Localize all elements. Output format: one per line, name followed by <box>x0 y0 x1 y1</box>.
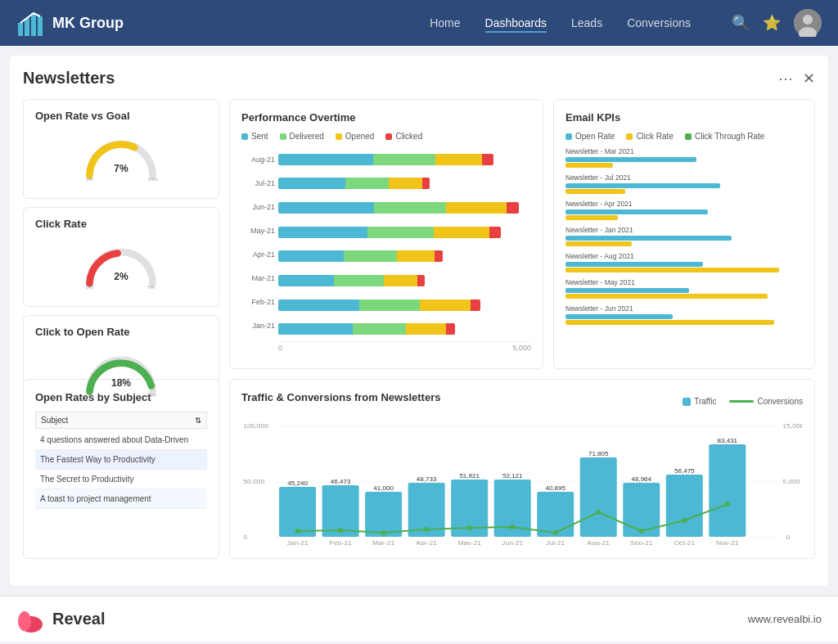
svg-text:Apr-21: Apr-21 <box>416 538 437 545</box>
svg-text:May-21: May-21 <box>457 538 481 545</box>
email-kpis-legend: Open Rate Click Rate Click Through Rate <box>565 132 803 141</box>
bar-jul <box>278 174 531 192</box>
footer-logo: Reveal <box>16 605 106 634</box>
favorites-icon[interactable]: ⭐ <box>763 14 781 32</box>
svg-text:71,805: 71,805 <box>588 450 609 457</box>
svg-text:46,473: 46,473 <box>331 478 351 485</box>
close-icon[interactable]: ✕ <box>803 70 815 88</box>
svg-text:10%: 10% <box>148 177 159 182</box>
svg-text:Jul-21: Jul-21 <box>546 538 565 545</box>
svg-point-5 <box>803 15 813 25</box>
svg-text:Jun-21: Jun-21 <box>502 538 524 545</box>
svg-text:45,240: 45,240 <box>287 480 308 487</box>
svg-text:0%: 0% <box>86 285 93 290</box>
email-kpi-row-0: Newsletter - Mar 2021 <box>565 147 803 168</box>
email-kpis-title: Email KPIs <box>565 111 803 124</box>
month-jun: Jun-21 <box>241 203 278 211</box>
legend-delivered: Delivered <box>280 132 324 141</box>
svg-text:18%: 18% <box>111 376 131 388</box>
email-kpi-row-2: Newsletter - Apr 2021 <box>565 200 803 220</box>
subject-row-0[interactable]: 4 questions answered about Data-Driven <box>35 430 207 450</box>
open-rates-card: Open Rates by Subject Subject ⇅ 4 questi… <box>23 379 219 559</box>
svg-text:50,000: 50,000 <box>243 477 265 485</box>
svg-text:0: 0 <box>786 533 791 541</box>
open-rate-title: Open Rate vs Goal <box>35 110 207 122</box>
traffic-card: Traffic & Conversions from Newsletters T… <box>229 379 815 559</box>
month-feb: Feb-21 <box>241 298 278 306</box>
left-kpis: Open Rate vs Goal 0% 10% 7% <box>23 99 219 369</box>
bar-mar <box>278 272 531 290</box>
logo-icon <box>16 8 46 38</box>
click-to-open-title: Click to Open Rate <box>35 326 207 338</box>
traffic-legend-conversions: Conversions <box>729 397 803 406</box>
svg-rect-45 <box>709 444 746 537</box>
svg-text:Mar-21: Mar-21 <box>372 538 395 545</box>
svg-text:5,000: 5,000 <box>782 477 800 485</box>
nav-dashboards[interactable]: Dashboards <box>485 13 547 33</box>
app-footer: Reveal www.revealbi.io <box>0 596 838 642</box>
svg-rect-39 <box>580 457 617 537</box>
svg-text:Feb-21: Feb-21 <box>330 538 353 545</box>
bar-apr <box>278 247 531 265</box>
svg-text:51,921: 51,921 <box>459 472 480 480</box>
traffic-chart: 100,000 50,000 0 15,000 5,000 0 45,240 4… <box>241 418 803 545</box>
avatar[interactable] <box>794 9 822 37</box>
subject-row-2[interactable]: The Secret to Productivity <box>35 470 207 489</box>
footer-brand: Reveal <box>52 610 106 628</box>
svg-text:0%: 0% <box>86 177 93 182</box>
svg-rect-2 <box>31 13 36 36</box>
traffic-legend: Traffic Conversions <box>683 397 803 406</box>
more-options-icon[interactable]: ⋯ <box>778 70 793 88</box>
month-apr: Apr-21 <box>241 250 278 259</box>
email-kpi-row-3: Newsletter - Jan 2021 <box>565 226 803 246</box>
legend-ctr: Click Through Rate <box>685 132 764 141</box>
legend-click-rate: Click Rate <box>626 132 674 141</box>
svg-text:Oct-21: Oct-21 <box>674 538 695 545</box>
svg-point-68 <box>725 502 730 507</box>
nav-home[interactable]: Home <box>430 13 460 33</box>
svg-point-63 <box>510 525 515 529</box>
svg-text:Jan-21: Jan-21 <box>287 538 309 545</box>
nav-leads[interactable]: Leads <box>571 13 602 33</box>
bar-jan <box>278 320 531 338</box>
email-kpi-row-1: Newsletter - Jul 2021 <box>565 173 803 194</box>
svg-text:56,475: 56,475 <box>674 467 695 475</box>
svg-text:15,000: 15,000 <box>782 421 803 430</box>
svg-rect-43 <box>666 475 703 537</box>
svg-text:0%: 0% <box>86 393 93 398</box>
click-rate-title: Click Rate <box>35 218 207 230</box>
performance-legend: Sent Delivered Opened Clicked <box>241 132 531 141</box>
subject-column-header: Subject ⇅ <box>35 412 207 429</box>
svg-point-61 <box>424 527 429 532</box>
search-icon[interactable]: 🔍 <box>732 14 750 32</box>
subject-row-3[interactable]: A toast to project management <box>35 489 207 509</box>
traffic-legend-traffic: Traffic <box>683 397 716 406</box>
svg-text:5%: 5% <box>148 285 155 290</box>
month-may: May-21 <box>241 227 278 235</box>
traffic-header: Traffic & Conversions from Newsletters T… <box>241 391 803 412</box>
svg-point-60 <box>381 530 385 535</box>
svg-point-62 <box>466 525 471 530</box>
sort-icon[interactable]: ⇅ <box>195 416 201 425</box>
legend-sent: Sent <box>241 132 268 141</box>
svg-rect-3 <box>38 16 43 36</box>
brand-name: MK Group <box>52 15 124 32</box>
svg-text:48,964: 48,964 <box>631 475 651 483</box>
click-to-open-rate-card: Click to Open Rate 0% 20% 18% <box>23 315 219 415</box>
svg-rect-37 <box>537 492 574 537</box>
subject-row-1[interactable]: The Fastest Way to Productivity <box>35 450 207 470</box>
open-rate-gauge: 0% 10% 7% <box>35 127 207 188</box>
open-rate-card: Open Rate vs Goal 0% 10% 7% <box>23 99 219 199</box>
email-kpi-row-5: Newsletter - May 2021 <box>565 278 803 299</box>
svg-point-59 <box>338 528 343 533</box>
svg-text:40,895: 40,895 <box>545 484 565 492</box>
app-header: MK Group Home Dashboards Leads Conversio… <box>0 0 838 46</box>
nav-conversions[interactable]: Conversions <box>627 13 691 33</box>
month-aug: Aug-21 <box>241 155 278 164</box>
svg-text:Sep-21: Sep-21 <box>630 538 653 545</box>
month-jul: Jul-21 <box>241 179 278 187</box>
svg-text:7%: 7% <box>114 163 128 174</box>
traffic-title: Traffic & Conversions from Newsletters <box>241 391 440 403</box>
svg-text:0: 0 <box>243 533 247 541</box>
x-axis-0: 0 <box>278 344 282 352</box>
